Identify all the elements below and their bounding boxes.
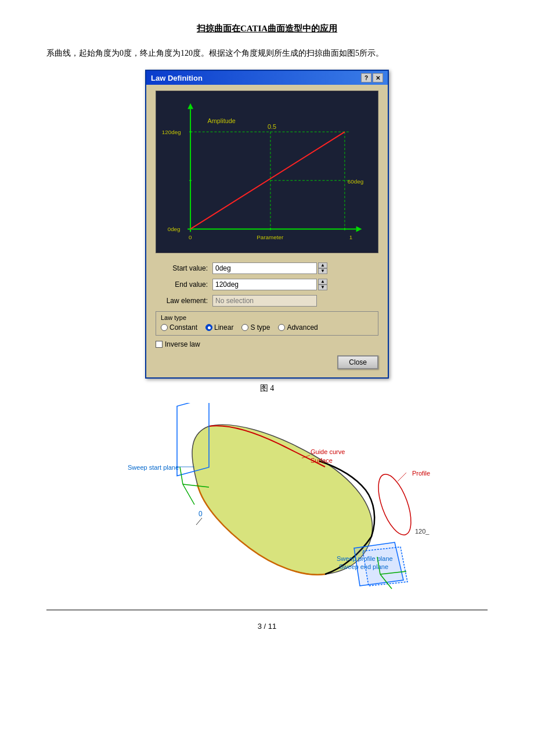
sweep-profile-plane-label: Sweep profile plane — [337, 555, 393, 562]
image-3d-container: Sweep start plane 0 Guide curve Surface … — [70, 403, 464, 600]
radio-advanced[interactable]: Advanced — [278, 323, 317, 332]
law-element-row: Law element: — [156, 295, 378, 307]
law-element-input[interactable] — [212, 295, 317, 307]
end-value-up[interactable]: ▲ — [318, 279, 327, 285]
end-value-spinner[interactable]: ▲ ▼ — [318, 279, 327, 290]
end-value-down[interactable]: ▼ — [318, 285, 327, 290]
dialog-body: Amplitude 120deg 0deg 0 Parameter 1 0.5 … — [146, 85, 388, 377]
svg-text:Amplitude: Amplitude — [208, 118, 236, 125]
titlebar-buttons: ? ✕ — [361, 73, 383, 82]
svg-text:0: 0 — [189, 234, 192, 240]
page-number: 3 / 11 — [46, 622, 488, 631]
law-definition-dialog: Law Definition ? ✕ — [145, 70, 389, 379]
svg-text:0.5: 0.5 — [268, 123, 276, 130]
close-button[interactable]: Close — [337, 355, 378, 369]
start-value-label: Start value: — [156, 264, 208, 272]
radio-constant-label: Constant — [169, 323, 197, 332]
chart-svg: Amplitude 120deg 0deg 0 Parameter 1 0.5 … — [156, 91, 378, 253]
end-value-label: End value: — [156, 280, 208, 289]
radio-stype-label: S type — [250, 323, 270, 332]
dialog-titlebar: Law Definition ? ✕ — [146, 71, 388, 85]
chart-area: Amplitude 120deg 0deg 0 Parameter 1 0.5 … — [156, 91, 378, 253]
start-value-input[interactable] — [212, 262, 317, 274]
svg-text:120deg: 120deg — [162, 129, 181, 135]
radio-constant[interactable]: Constant — [161, 323, 197, 332]
law-element-label: Law element: — [156, 297, 208, 305]
law-type-radio-row: Constant Linear S type Advanced — [161, 323, 373, 332]
svg-text:Parameter: Parameter — [257, 234, 284, 240]
one-twenty-label: 120_ — [415, 528, 430, 535]
start-value-spinner[interactable]: ▲ ▼ — [318, 262, 327, 274]
radio-advanced-label: Advanced — [287, 323, 317, 332]
law-type-section: Law type Constant Linear S type — [156, 311, 378, 336]
svg-text:1: 1 — [349, 234, 352, 240]
sweep-start-plane-label: Sweep start plane — [128, 464, 179, 471]
dialog-footer: Close — [156, 353, 378, 369]
profile-label: Profile — [412, 470, 430, 477]
page-title: 扫掠曲面在CATIA曲面造型中的应用 — [46, 23, 488, 34]
radio-stype-indicator — [241, 324, 248, 331]
inverse-law-row: Inverse law — [156, 340, 378, 348]
sweep-end-plane-label: Sweep end plane — [339, 563, 388, 570]
radio-constant-indicator — [161, 324, 168, 331]
end-value-input[interactable] — [212, 279, 317, 290]
start-value-down[interactable]: ▼ — [318, 268, 327, 274]
inverse-law-checkbox[interactable] — [156, 341, 163, 348]
start-value-row: Start value: ▲ ▼ — [156, 262, 378, 274]
help-button[interactable]: ? — [361, 73, 371, 82]
radio-advanced-indicator — [278, 324, 285, 331]
law-type-title: Law type — [161, 314, 373, 321]
end-value-row: End value: ▲ ▼ — [156, 279, 378, 290]
image-3d-wrapper: Sweep start plane 0 Guide curve Surface … — [46, 403, 488, 600]
radio-linear[interactable]: Linear — [205, 323, 233, 332]
start-value-up[interactable]: ▲ — [318, 262, 327, 268]
dialog-wrapper: Law Definition ? ✕ — [46, 70, 488, 379]
surface-label: Surface — [311, 457, 333, 464]
radio-linear-indicator — [205, 324, 212, 331]
radio-stype[interactable]: S type — [241, 323, 270, 332]
inverse-law-label: Inverse law — [165, 340, 200, 348]
svg-text:60deg: 60deg — [348, 178, 363, 185]
intro-text: 系曲线，起始角度为0度，终止角度为120度。根据这个角度规则所生成的扫掠曲面如图… — [46, 46, 488, 60]
sweep-surface-svg: Sweep start plane 0 Guide curve Surface … — [70, 403, 464, 600]
zero-label: 0 — [199, 510, 203, 518]
close-window-button[interactable]: ✕ — [373, 73, 383, 82]
guide-curve-label: Guide curve — [311, 448, 345, 455]
page-divider — [46, 610, 488, 610]
fig4-caption: 图 4 — [46, 383, 488, 394]
svg-text:0deg: 0deg — [168, 226, 181, 233]
dialog-title: Law Definition — [151, 74, 203, 82]
radio-linear-label: Linear — [214, 323, 233, 332]
